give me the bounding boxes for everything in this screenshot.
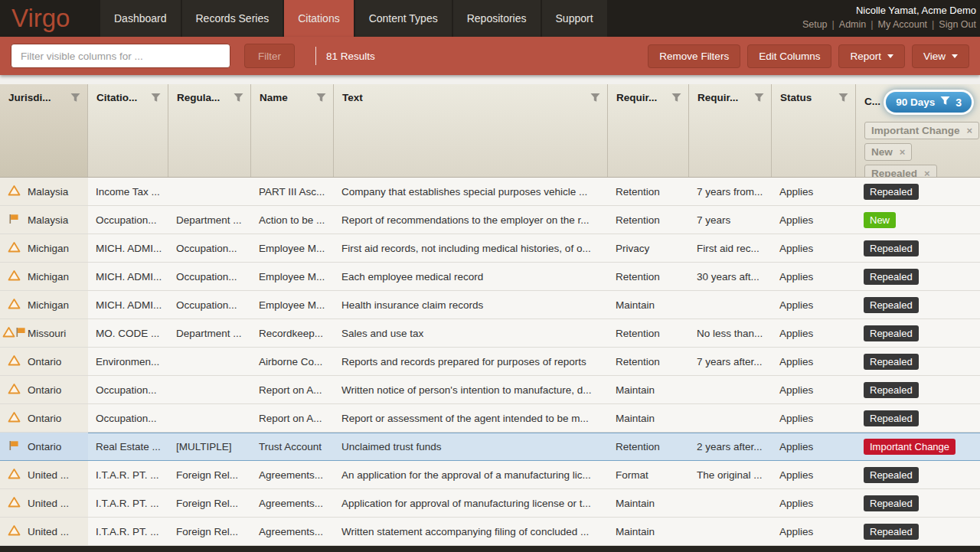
jurisdiction-cell: United ... (0, 489, 88, 517)
cell-citation: Occupation... (88, 206, 168, 234)
warning-icon (8, 298, 21, 312)
column-header-requir[interactable]: Requir... (689, 84, 772, 177)
horizontal-scrollbar[interactable] (0, 546, 980, 552)
cell-text: Employee M... (259, 271, 325, 283)
column-header-jurisdi[interactable]: Jurisdi... (0, 84, 88, 177)
nav-item-repositories[interactable]: Repositories (453, 0, 541, 37)
cell-text: Retention (616, 441, 660, 452)
filter-funnel-icon[interactable] (234, 93, 243, 105)
user-link-setup[interactable]: Setup (802, 19, 828, 30)
cell-status: Applies (772, 518, 856, 545)
filter-chip-new[interactable]: New× (864, 143, 912, 161)
filter-funnel-icon[interactable] (70, 93, 80, 105)
cell-citation: I.T.A.R. PT. ... (88, 461, 168, 488)
table-row[interactable]: United ...I.T.A.R. PT. ...Foreign Rel...… (0, 489, 980, 518)
cell-text: MICH. ADMI... (96, 271, 162, 283)
filter-chip-repealed[interactable]: Repealed× (864, 165, 937, 177)
cell-changes: Important Change (856, 433, 980, 460)
column-header-name[interactable]: Name (251, 84, 334, 177)
cell-changes: Repealed (856, 348, 980, 375)
nav-item-records-series[interactable]: Records Series (182, 0, 283, 37)
cell-status: Applies (772, 319, 856, 347)
cell-text: Environmen... (96, 356, 159, 367)
filter-funnel-icon[interactable] (151, 93, 161, 105)
column-header-text[interactable]: Text (334, 84, 608, 177)
row-icon-group (0, 214, 28, 227)
cell-text: Recordkeep... (259, 328, 323, 339)
cell-regulation: Foreign Rel... (168, 489, 251, 517)
table-row[interactable]: MissouriMO. CODE ...Department ...Record… (0, 319, 980, 348)
table-row[interactable]: MichiganMICH. ADMI...Occupation...Employ… (0, 234, 980, 263)
change-status-badge: Repealed (864, 495, 919, 511)
main-nav: DashboardRecords SeriesCitationsContent … (100, 0, 607, 37)
cell-requirement: 7 years after... (689, 348, 772, 375)
column-header-requir[interactable]: Requir... (608, 84, 689, 177)
edit-columns-button[interactable]: Edit Columns (747, 44, 831, 68)
table-header: Jurisdi...Citatio...Regula...NameTextReq… (0, 84, 980, 178)
row-icon-group (0, 269, 28, 283)
warning-icon (8, 524, 21, 538)
user-links: Setup|Admin|My Account|Sign Out (802, 19, 976, 30)
filter-chip-important-change[interactable]: Important Change× (864, 122, 979, 139)
cell-text: Airborne Co... (259, 356, 322, 367)
table-row[interactable]: MalaysiaIncome Tax ...PART III Asc...Com… (0, 178, 980, 206)
jurisdiction-cell: United ... (0, 518, 88, 545)
filter-funnel-icon[interactable] (671, 93, 681, 105)
nav-item-citations[interactable]: Citations (284, 0, 353, 37)
cell-regulation: Occupation... (168, 234, 251, 262)
column-header-label: C... (864, 96, 880, 107)
table-row[interactable]: MalaysiaOccupation...Department ...Actio… (0, 206, 980, 234)
nav-item-content-types[interactable]: Content Types (355, 0, 452, 37)
column-header-regula[interactable]: Regula... (168, 84, 251, 177)
cell-name: Report on A... (251, 404, 334, 432)
cell-text: Report or assessment of the agent intend… (341, 413, 589, 424)
column-header-citatio[interactable]: Citatio... (88, 84, 168, 177)
report-button[interactable]: Report (838, 44, 905, 68)
remove-filters-button[interactable]: Remove Filters (648, 44, 740, 68)
filter-funnel-icon[interactable] (838, 93, 848, 105)
table-row[interactable]: United ...I.T.A.R. PT. ...Foreign Rel...… (0, 518, 980, 546)
view-button[interactable]: View (912, 44, 969, 68)
cell-citation: MICH. ADMI... (88, 234, 168, 262)
user-link-sign-out[interactable]: Sign Out (939, 19, 976, 30)
cell-changes: Repealed (856, 404, 980, 432)
cell-changes: Repealed (856, 291, 980, 318)
jurisdiction-label: United ... (28, 469, 69, 481)
cell-requirement: 7 years from... (689, 178, 772, 205)
change-status-badge: Repealed (864, 382, 919, 398)
filter-funnel-icon[interactable] (590, 93, 600, 105)
close-icon[interactable]: × (900, 147, 906, 157)
cell-regulation (168, 376, 251, 403)
cell-text: Report of recommendations to the employe… (341, 214, 589, 226)
active-filter-pill[interactable]: 90 Days3 (886, 92, 972, 113)
user-link-admin[interactable]: Admin (839, 19, 866, 30)
nav-item-dashboard[interactable]: Dashboard (100, 0, 181, 37)
column-header-status[interactable]: Status (772, 84, 856, 177)
table-row[interactable]: OntarioEnvironmen...Airborne Co...Report… (0, 348, 980, 376)
table-row[interactable]: United ...I.T.A.R. PT. ...Foreign Rel...… (0, 461, 980, 489)
close-icon[interactable]: × (924, 168, 930, 177)
jurisdiction-label: Ontario (28, 384, 61, 396)
table-row[interactable]: OntarioOccupation...Report on A...Writte… (0, 376, 980, 404)
filter-input[interactable] (11, 44, 230, 68)
filter-button[interactable]: Filter (244, 44, 295, 68)
cell-changes: Repealed (856, 461, 980, 488)
row-icon-group (0, 298, 28, 312)
table-row[interactable]: MichiganMICH. ADMI...Occupation...Employ… (0, 263, 980, 291)
cell-citation: Real Estate ... (88, 433, 168, 460)
change-status-badge: Repealed (864, 467, 919, 483)
user-link-my-account[interactable]: My Account (877, 19, 927, 30)
cell-regulation (168, 404, 251, 432)
jurisdiction-label: Michigan (28, 271, 69, 283)
table-row[interactable]: OntarioOccupation...Report on A...Report… (0, 404, 980, 433)
cell-requirement (689, 518, 772, 545)
app-logo[interactable]: Virgo (0, 0, 100, 37)
link-separator: | (871, 19, 873, 30)
table-row[interactable]: MichiganMICH. ADMI...Occupation...Employ… (0, 291, 980, 319)
table-row[interactable]: OntarioReal Estate ...[MULTIPLE]Trust Ac… (0, 433, 980, 461)
filter-funnel-icon[interactable] (754, 93, 764, 105)
filter-funnel-icon[interactable] (316, 93, 326, 105)
close-icon[interactable]: × (967, 126, 973, 136)
nav-item-support[interactable]: Support (542, 0, 607, 37)
top-navigation-bar: Virgo DashboardRecords SeriesCitationsCo… (0, 0, 980, 37)
